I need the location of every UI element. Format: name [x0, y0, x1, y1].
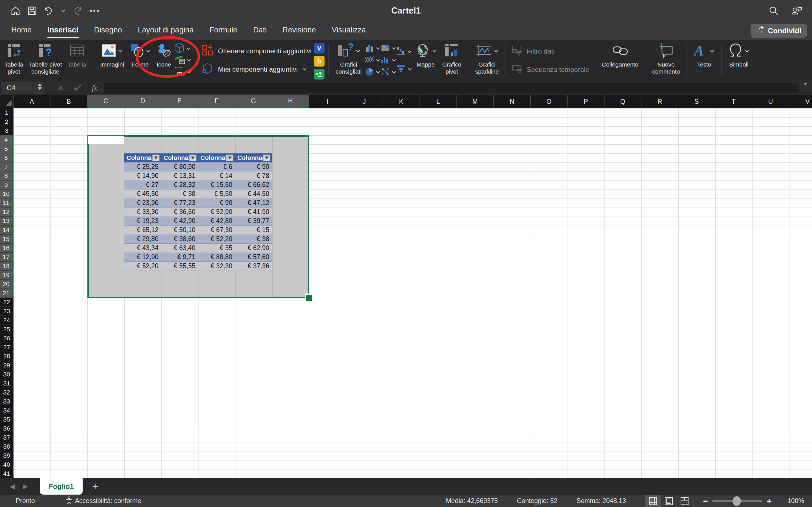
row-header-18[interactable]: 18: [0, 262, 13, 271]
3d-models-button[interactable]: [174, 43, 191, 54]
people-chat-icon[interactable]: [791, 6, 802, 16]
3d-models-chevron[interactable]: [186, 47, 190, 50]
column-header-D[interactable]: D: [124, 95, 161, 108]
column-header-N[interactable]: N: [494, 95, 531, 108]
table-cell[interactable]: € 14,90: [124, 171, 161, 180]
row-header-19[interactable]: 19: [0, 271, 13, 280]
table-cell[interactable]: € 62,90: [235, 244, 272, 252]
column-header-O[interactable]: O: [531, 95, 568, 108]
sparklines-chevron[interactable]: [494, 50, 499, 53]
tab-revisione[interactable]: Revisione: [282, 23, 316, 39]
table-cell[interactable]: € 9,71: [161, 252, 198, 262]
row-header-39[interactable]: 39: [0, 451, 13, 460]
screenshot-button[interactable]: [174, 66, 191, 78]
symbols-chevron[interactable]: [745, 50, 749, 53]
row-header-28[interactable]: 28: [0, 352, 13, 361]
worksheet-grid[interactable]: Colonna1Colonna2Colonna3Colonna4 € 25,25…: [0, 95, 812, 478]
row-header-10[interactable]: 10: [0, 189, 13, 199]
column-header-M[interactable]: M: [457, 95, 494, 108]
column-header-E[interactable]: E: [161, 95, 198, 108]
table-cell[interactable]: € 90: [235, 162, 272, 171]
table-cell[interactable]: € 36,60: [161, 208, 198, 217]
scatter-chart-chevron[interactable]: [392, 71, 396, 74]
table-cell[interactable]: € 15: [235, 226, 272, 235]
people-graph-addin-icon[interactable]: [314, 69, 325, 79]
table-cell[interactable]: € 37,36: [235, 262, 272, 271]
table-cell[interactable]: € 29,80: [124, 235, 161, 244]
table-cell[interactable]: € 78: [235, 171, 272, 180]
row-header-7[interactable]: 7: [0, 162, 13, 171]
row-header-25[interactable]: 25: [0, 325, 13, 334]
row-header-27[interactable]: 27: [0, 343, 13, 352]
table-cell[interactable]: € 63,40: [161, 244, 198, 252]
column-chart-button[interactable]: [364, 43, 380, 54]
column-header-F[interactable]: F: [198, 95, 235, 108]
sheet-tab-foglio1[interactable]: Foglio1: [40, 478, 82, 495]
row-header-13[interactable]: 13: [0, 217, 13, 226]
row-header-24[interactable]: 24: [0, 316, 13, 325]
column-header-T[interactable]: T: [715, 95, 752, 108]
column-header-S[interactable]: S: [678, 95, 715, 108]
sheet-nav-right-icon[interactable]: ▶: [22, 483, 27, 490]
row-header-29[interactable]: 29: [0, 361, 13, 370]
column-header-G[interactable]: G: [235, 95, 272, 108]
column-chart-chevron[interactable]: [376, 47, 380, 50]
fill-handle[interactable]: [306, 295, 312, 301]
get-addins-button[interactable]: Ottenere componenti aggiuntivi: [201, 44, 311, 58]
row-header-37[interactable]: 37: [0, 433, 13, 442]
table-cell[interactable]: € 77,23: [161, 199, 198, 208]
shapes-chevron[interactable]: [146, 50, 151, 53]
row-header-11[interactable]: 11: [0, 199, 13, 208]
recommended-charts-button[interactable]: ? Grafici consigliati: [333, 42, 364, 75]
table-cell[interactable]: € 66,62: [235, 180, 272, 189]
link-button[interactable]: Collegamento: [599, 42, 641, 68]
pie-chart-button[interactable]: [364, 66, 380, 78]
table-cell[interactable]: € 27: [124, 180, 161, 189]
row-header-2[interactable]: 2: [0, 117, 13, 126]
row-header-26[interactable]: 26: [0, 334, 13, 343]
row-header-21[interactable]: 21: [0, 289, 13, 298]
filter-button[interactable]: [226, 155, 233, 161]
page-break-view-button[interactable]: [677, 495, 692, 507]
scatter-chart-button[interactable]: [380, 66, 396, 78]
funnel-chart-button[interactable]: [396, 63, 412, 75]
table-cell[interactable]: € 65,12: [124, 226, 161, 235]
column-header-U[interactable]: U: [752, 95, 789, 108]
waterfall-chart-chevron[interactable]: [407, 50, 412, 53]
row-header-20[interactable]: 20: [0, 280, 13, 289]
accessibility-status[interactable]: Accessibilità: conforme: [65, 496, 141, 506]
row-header-31[interactable]: 31: [0, 379, 13, 388]
histogram-chart-button[interactable]: [380, 55, 396, 66]
row-header-3[interactable]: 3: [0, 126, 13, 135]
funnel-chart-chevron[interactable]: [407, 68, 412, 71]
name-box-spinner[interactable]: [38, 83, 42, 90]
column-header-A[interactable]: A: [13, 95, 51, 108]
table-button[interactable]: Tabella: [65, 42, 89, 68]
tab-visualizza[interactable]: Visualizza: [331, 23, 366, 39]
maps-chevron[interactable]: [432, 50, 437, 53]
visio-addin-icon[interactable]: V: [314, 43, 325, 54]
row-header-35[interactable]: 35: [0, 415, 13, 424]
row-header-30[interactable]: 30: [0, 370, 13, 379]
line-chart-chevron[interactable]: [376, 59, 380, 62]
table-cell[interactable]: € 57,60: [235, 252, 272, 262]
table-cell[interactable]: € 88,80: [198, 252, 235, 262]
table-cell[interactable]: € 38: [161, 189, 198, 199]
page-layout-view-button[interactable]: [661, 495, 677, 507]
tab-formule[interactable]: Formule: [209, 23, 238, 39]
zoom-percentage[interactable]: 100%: [775, 497, 804, 505]
row-header-22[interactable]: 22: [0, 298, 13, 307]
row-header-41[interactable]: 41: [0, 469, 13, 478]
table-cell[interactable]: € 35: [198, 244, 235, 252]
zoom-slider-thumb[interactable]: [733, 496, 741, 506]
bing-addin-icon[interactable]: b: [314, 56, 325, 66]
pie-chart-chevron[interactable]: [376, 71, 380, 74]
row-header-4[interactable]: 4: [0, 135, 13, 145]
recommended-pivot-button[interactable]: ? Tabelle pivot consigliate: [26, 42, 65, 75]
table-cell[interactable]: € 28,32: [161, 180, 198, 189]
table-cell[interactable]: € 5,50: [198, 189, 235, 199]
table-cell[interactable]: € 50,10: [161, 226, 198, 235]
column-header-R[interactable]: R: [641, 95, 678, 108]
column-header-V[interactable]: V: [789, 95, 812, 108]
row-header-14[interactable]: 14: [0, 226, 13, 235]
